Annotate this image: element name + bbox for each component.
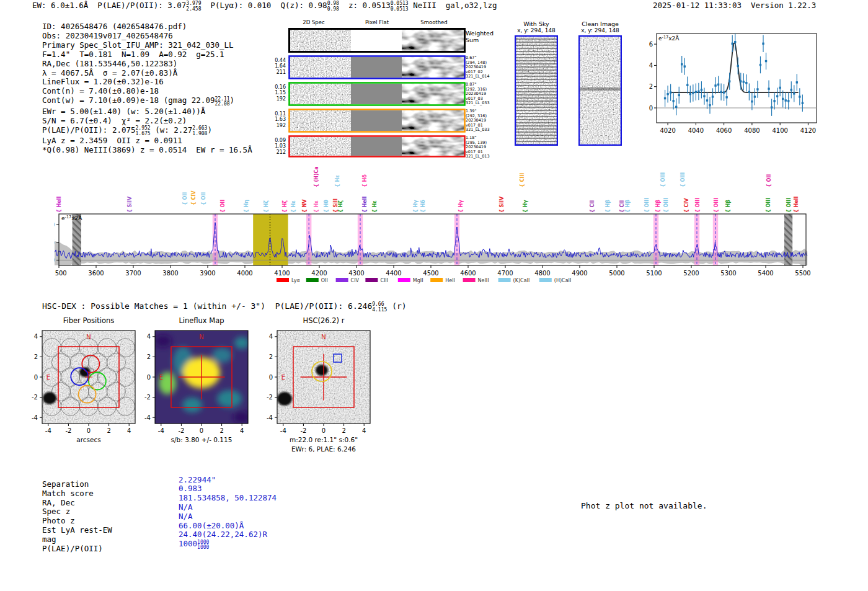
spectral-line-label: { SiIV — [127, 196, 133, 213]
data-point — [802, 102, 804, 104]
spectral-line-label: { (H)CaII+NeIII — [314, 166, 319, 187]
smoothed-image — [405, 110, 463, 131]
spectral-line-label: { Hβ — [725, 200, 731, 213]
text-segment: (w: 2.27 — [151, 125, 193, 135]
fiber-info: 321_LL_033 — [466, 101, 490, 106]
x-tick-label: 5100 — [646, 270, 662, 277]
data-point — [714, 84, 716, 86]
x-tick-label: -2 — [65, 427, 71, 434]
weight-value: 212 — [271, 149, 286, 155]
y-tick-label: 2 — [649, 83, 653, 90]
x-tick-label: 4800 — [534, 270, 550, 277]
x-tick-label: 5500 — [795, 270, 810, 277]
info-line: λ = 4067.5Å σ = 2.07(±0.83)Å — [42, 69, 252, 78]
spec2d-row — [288, 55, 466, 79]
data-point — [717, 84, 719, 86]
match-row-label: Est LyA rest-EW — [42, 525, 112, 535]
data-point — [678, 94, 680, 96]
info-line: EWr = 5.00(±1.40) (w: 5.20(±1.40))Å — [42, 107, 252, 117]
info-line: RA,Dec (181.535446,50.122383) — [42, 60, 252, 69]
data-point — [796, 81, 798, 83]
y-tick-label: 10 — [55, 221, 55, 228]
y-tick-label: 4 — [147, 333, 151, 340]
x-tick-label: 2 — [342, 427, 345, 434]
fraction: 9.664.115 — [372, 302, 387, 313]
x-tick-label: 3800 — [162, 270, 178, 277]
text-segment: P(Lyα): 0.010 Q(z): 0.98 — [201, 1, 327, 10]
legend-swatch — [306, 278, 319, 282]
match-row-label: mag — [42, 535, 56, 544]
text-segment: 1000 — [179, 539, 197, 548]
x-tick-label: 4100 — [772, 127, 787, 134]
panel-xlabel2: EWr: 6, PLAE: 6.246 — [291, 445, 356, 453]
weight-value: 0.16 — [271, 84, 286, 90]
spectral-line-label: { OIII — [786, 198, 792, 213]
x-tick-label: -4 — [45, 427, 51, 434]
panel-xlabel: m:22.0 re:1.1" s:0.6" — [290, 436, 358, 443]
spectral-line-label: { Hε — [314, 200, 319, 213]
x-tick-label: 4040 — [688, 127, 704, 134]
row-fiber-labels: WeightedSum — [466, 30, 494, 43]
y-tick-label: 0 — [269, 374, 273, 381]
panel-title: HSC(26.2) r — [303, 316, 345, 325]
y-tick-label: 2 — [34, 353, 38, 360]
spectral-line-label: { OIII — [766, 198, 771, 213]
spectral-line-label: { CIV — [684, 198, 689, 213]
spec2d-row — [288, 135, 466, 158]
elixer-detection-report: EW: 6.0±1.6Å P(LAE)/P(OII): 3.073.9792.4… — [0, 0, 868, 591]
neighbor-blob — [277, 392, 292, 406]
match-row-value: N/A — [179, 502, 193, 512]
data-point — [756, 88, 758, 90]
spectral-line-label: { Hβ — [605, 200, 611, 213]
data-point — [692, 92, 694, 94]
spectral-line-label: { OIII — [660, 172, 666, 187]
data-point — [779, 87, 781, 89]
info-line: LineFlux = 1.20(±0.32)e-16 — [42, 78, 252, 87]
data-point — [706, 99, 708, 101]
spectral-line-label: { Hγ — [413, 200, 418, 213]
y-tick-label: 4 — [34, 333, 38, 340]
text-segment: N/A — [179, 502, 193, 512]
header-summary: EW: 6.0±1.6Å P(LAE)/P(OII): 3.073.9792.4… — [32, 1, 497, 12]
panel-xlabel: arcsecs — [76, 436, 100, 443]
spectral-line-label: { Hε — [291, 200, 296, 213]
spec2d-image — [290, 84, 350, 104]
legend-swatch — [463, 278, 476, 282]
data-point — [709, 104, 711, 106]
legend-swatch — [539, 278, 552, 282]
spectral-line-label: { Hδ — [420, 200, 426, 213]
legend-swatch — [365, 278, 378, 282]
x-tick-label: 4500 — [423, 270, 438, 277]
spectral-line-label: { Hδ — [362, 174, 368, 187]
x-tick-label: 0 — [322, 427, 326, 434]
clean-image — [578, 35, 622, 146]
text-segment: z: 0.0513 — [339, 1, 391, 10]
cutout-column-header: Pixel Flat — [365, 19, 389, 25]
panel-xlabel: s/b: 3.80 +/- 0.115 — [171, 436, 232, 443]
fraction-lower: 1000 — [197, 545, 209, 551]
y-tick-label: -4 — [144, 414, 151, 421]
text-segment: S/N = 6.7(±0.4) χ² = 2.2(±0.2) — [42, 116, 187, 125]
panel-title: Fiber Positions — [63, 316, 115, 325]
info-line: ID: 4026548476 (4026548476.pdf) — [42, 22, 252, 32]
spectral-line-label: { Hη — [244, 200, 249, 213]
spec2d-image — [290, 57, 350, 78]
line-fit-zoom-chart: 4020404040604080410041200246e-17x2Å — [640, 30, 820, 144]
text-segment: NeIII gal,o32,lzg — [409, 1, 497, 10]
text-segment: Primary Spec_Slot_IFU_AMP: 321_042_030_L… — [42, 40, 234, 50]
data-point — [666, 93, 668, 95]
match-row-label: RA, Dec — [42, 498, 75, 507]
fraction-lower: 1.908 — [192, 131, 207, 137]
spectral-line-label: { HeII — [794, 196, 799, 213]
data-point — [664, 97, 666, 99]
sky-panel-coords: x, y: 294, 148 — [581, 27, 619, 33]
compass-east-label: E — [46, 374, 50, 381]
data-point — [712, 96, 714, 97]
data-point — [745, 82, 747, 84]
legend-swatch — [277, 278, 289, 282]
sky-stripes — [516, 37, 557, 144]
x-tick-label: 4020 — [660, 127, 675, 134]
x-tick-label: 3900 — [200, 270, 215, 277]
x-tick-label: 4120 — [800, 127, 816, 134]
unit-label: e-17x2Å — [61, 215, 82, 221]
